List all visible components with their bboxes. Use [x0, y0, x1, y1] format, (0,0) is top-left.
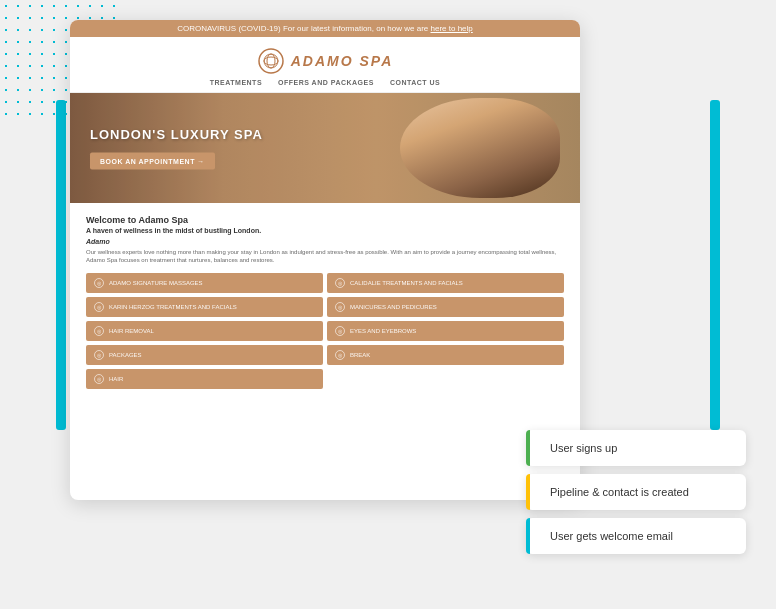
- welcome-subtitle: A haven of wellness in the midst of bust…: [86, 227, 564, 234]
- svg-point-1: [264, 54, 278, 68]
- treatment-label: CALIDALIE TREATMENTS AND FACIALS: [350, 280, 463, 286]
- nav-offers[interactable]: OFFERS AND PACKAGES: [278, 79, 374, 86]
- notification-card-email-text: User gets welcome email: [542, 530, 673, 542]
- svg-point-3: [264, 57, 278, 65]
- notification-card-signup-text: User signs up: [542, 442, 617, 454]
- treatment-item[interactable]: ◎ BREAK: [327, 345, 564, 365]
- treatment-icon: ◎: [335, 350, 345, 360]
- treatment-item[interactable]: ◎ ADAMO SIGNATURE MASSAGES: [86, 273, 323, 293]
- logo-icon: [257, 47, 285, 75]
- treatment-label: HAIR REMOVAL: [109, 328, 154, 334]
- nav-treatments[interactable]: TREATMENTS: [210, 79, 262, 86]
- notification-cards-container: User signs up Pipeline & contact is crea…: [526, 430, 746, 554]
- treatment-label: ADAMO SIGNATURE MASSAGES: [109, 280, 203, 286]
- treatment-item[interactable]: ◎ CALIDALIE TREATMENTS AND FACIALS: [327, 273, 564, 293]
- book-appointment-button[interactable]: BOOK AN APPOINTMENT →: [90, 153, 215, 170]
- treatment-label: HAIR: [109, 376, 123, 382]
- treatment-icon: ◎: [94, 374, 104, 384]
- treatment-item[interactable]: ◎ KARIN HERZOG TREATMENTS AND FACIALS: [86, 297, 323, 317]
- treatment-item[interactable]: ◎ HAIR: [86, 369, 323, 389]
- hero-title: LONDON'S LUXURY SPA: [90, 127, 263, 142]
- treatment-icon: ◎: [335, 326, 345, 336]
- spa-logo: ADAMO SPA: [70, 47, 580, 75]
- cyan-bar-left: [56, 100, 66, 430]
- treatment-label: BREAK: [350, 352, 370, 358]
- treatment-item[interactable]: ◎ HAIR REMOVAL: [86, 321, 323, 341]
- cyan-bar-right: [710, 100, 720, 430]
- svg-point-0: [259, 49, 283, 73]
- notification-card-pipeline-text: Pipeline & contact is created: [542, 486, 689, 498]
- treatment-label: KARIN HERZOG TREATMENTS AND FACIALS: [109, 304, 237, 310]
- hero-section: LONDON'S LUXURY SPA BOOK AN APPOINTMENT …: [70, 93, 580, 203]
- brand-name: Adamo: [86, 238, 564, 245]
- treatment-grid: ◎ ADAMO SIGNATURE MASSAGES ◎ CALIDALIE T…: [86, 273, 564, 389]
- treatment-icon: ◎: [335, 278, 345, 288]
- welcome-title: Welcome to Adamo Spa: [86, 215, 564, 225]
- nav-contact[interactable]: CONTACT US: [390, 79, 440, 86]
- treatment-item[interactable]: ◎ MANICURES AND PEDICURES: [327, 297, 564, 317]
- hero-woman-image: [400, 98, 560, 198]
- treatment-label: EYES AND EYEBROWS: [350, 328, 416, 334]
- notification-card-email: User gets welcome email: [526, 518, 746, 554]
- hero-text-block: LONDON'S LUXURY SPA BOOK AN APPOINTMENT …: [90, 127, 263, 170]
- treatment-icon: ◎: [94, 350, 104, 360]
- notification-card-signup: User signs up: [526, 430, 746, 466]
- treatment-icon: ◎: [335, 302, 345, 312]
- treatment-label: PACKAGES: [109, 352, 142, 358]
- notif-bar-link[interactable]: here to help: [431, 24, 473, 33]
- spa-header: ADAMO SPA TREATMENTS OFFERS AND PACKAGES…: [70, 37, 580, 93]
- treatment-label: MANICURES AND PEDICURES: [350, 304, 437, 310]
- welcome-body-text: Our wellness experts love nothing more t…: [86, 248, 564, 265]
- notif-bar-text: CORONAVIRUS (COVID-19) For our latest in…: [177, 24, 430, 33]
- svg-point-2: [267, 54, 275, 68]
- spa-nav: TREATMENTS OFFERS AND PACKAGES CONTACT U…: [70, 79, 580, 86]
- treatment-icon: ◎: [94, 278, 104, 288]
- treatment-icon: ◎: [94, 302, 104, 312]
- spa-content: Welcome to Adamo Spa A haven of wellness…: [70, 203, 580, 397]
- notification-card-pipeline: Pipeline & contact is created: [526, 474, 746, 510]
- spa-logo-text: ADAMO SPA: [291, 53, 394, 69]
- treatment-item[interactable]: ◎ PACKAGES: [86, 345, 323, 365]
- browser-window: CORONAVIRUS (COVID-19) For our latest in…: [70, 20, 580, 500]
- treatment-item[interactable]: ◎ EYES AND EYEBROWS: [327, 321, 564, 341]
- covid-notification-bar: CORONAVIRUS (COVID-19) For our latest in…: [70, 20, 580, 37]
- treatment-icon: ◎: [94, 326, 104, 336]
